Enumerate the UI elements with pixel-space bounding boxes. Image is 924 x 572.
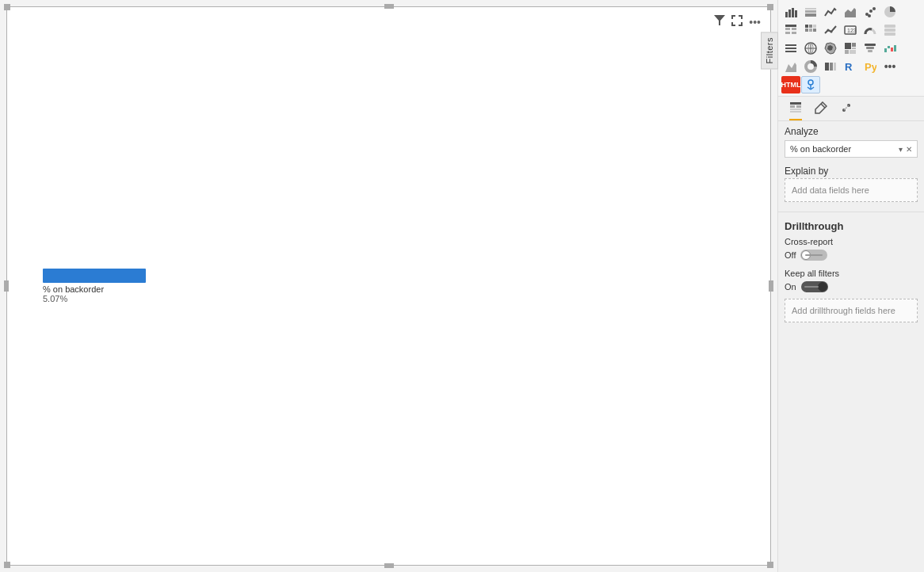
svg-rect-24 — [792, 28, 796, 30]
table-viz[interactable] — [781, 21, 800, 39]
ribbon-chart-viz[interactable] — [781, 58, 800, 75]
divider-1 — [778, 212, 924, 212]
chart-visual: % on backorder 5.07% — [43, 269, 146, 303]
svg-rect-45 — [845, 43, 851, 49]
svg-rect-70 — [790, 109, 801, 110]
cross-report-state: Off — [785, 250, 796, 260]
add-data-fields-box[interactable]: Add data fields here — [785, 178, 918, 202]
focus-mode-icon[interactable] — [730, 13, 744, 30]
analyze-dropdown[interactable]: % on backorder ▾ ✕ — [785, 140, 918, 158]
map-viz[interactable] — [801, 40, 820, 57]
tab-analyze[interactable] — [783, 100, 808, 120]
add-drillthrough-fields-box[interactable]: Add drillthrough fields here — [785, 299, 918, 322]
svg-rect-67 — [790, 102, 801, 105]
svg-rect-39 — [884, 32, 895, 36]
tab-format[interactable] — [808, 100, 834, 120]
cross-report-toggle[interactable] — [800, 250, 827, 261]
dropdown-chevron-icon: ▾ — [899, 145, 903, 154]
line-chart-viz[interactable] — [821, 3, 840, 21]
svg-rect-29 — [813, 25, 816, 28]
svg-point-19 — [872, 7, 876, 10]
tab-analytics-icon — [840, 101, 853, 116]
svg-rect-48 — [850, 50, 856, 54]
svg-rect-25 — [785, 32, 790, 34]
svg-rect-26 — [792, 32, 796, 34]
key-influencers-viz[interactable] — [801, 76, 820, 93]
cross-report-track-line — [805, 254, 823, 256]
svg-point-33 — [827, 29, 830, 32]
svg-point-63 — [808, 80, 813, 85]
resize-handle-right[interactable] — [769, 280, 773, 292]
svg-marker-0 — [714, 15, 725, 25]
svg-rect-71 — [790, 111, 801, 112]
resize-handle-corner-tr[interactable] — [767, 4, 773, 10]
chart-bar — [43, 269, 146, 283]
filled-map-viz[interactable] — [821, 40, 840, 57]
keep-filters-thumb — [818, 282, 827, 292]
tab-underline — [789, 119, 802, 120]
keep-filters-toggle[interactable] — [801, 281, 828, 292]
100pct-bar-viz[interactable] — [821, 58, 840, 75]
resize-handle-corner-br[interactable] — [767, 562, 773, 568]
waterfall-viz[interactable] — [880, 40, 899, 57]
gauge-viz[interactable] — [861, 21, 880, 39]
keep-all-filters-toggle-row: On — [778, 280, 924, 299]
resize-handle-corner-tl[interactable] — [4, 4, 10, 10]
svg-point-34 — [830, 31, 833, 33]
svg-rect-55 — [891, 48, 893, 51]
svg-rect-41 — [785, 48, 796, 49]
scatter-viz[interactable] — [861, 3, 880, 21]
drillthrough-label: Drillthrough — [778, 215, 924, 234]
svg-rect-4 — [741, 15, 743, 19]
resize-handle-bottom[interactable] — [384, 563, 394, 568]
r-script-viz[interactable]: R — [841, 58, 860, 75]
svg-rect-56 — [894, 45, 896, 51]
bar-chart-viz[interactable] — [781, 3, 800, 21]
filters-tab[interactable]: Filters — [761, 32, 778, 69]
slicer-viz[interactable] — [781, 40, 800, 57]
funnel-viz[interactable] — [861, 40, 880, 57]
right-panel: Filters — [777, 0, 924, 572]
multi-row-card-viz[interactable] — [880, 21, 899, 39]
svg-marker-16 — [845, 8, 856, 17]
analyze-dropdown-value: % on backorder — [790, 144, 899, 154]
svg-rect-59 — [830, 63, 833, 71]
svg-text:R: R — [845, 61, 853, 73]
keep-all-filters-label: Keep all filters — [778, 267, 924, 280]
svg-rect-50 — [865, 44, 876, 46]
svg-rect-8 — [741, 22, 743, 26]
svg-rect-27 — [805, 25, 808, 28]
svg-rect-14 — [805, 10, 816, 13]
donut-viz[interactable] — [801, 58, 820, 75]
svg-rect-11 — [792, 8, 794, 17]
svg-rect-58 — [825, 63, 829, 71]
resize-handle-corner-bl[interactable] — [4, 562, 10, 568]
tab-format-icon — [815, 101, 827, 116]
card-viz[interactable]: 123 — [841, 21, 860, 39]
python-viz[interactable]: Py — [861, 58, 880, 75]
canvas-toolbar: ••• — [712, 13, 762, 30]
resize-handle-top[interactable] — [384, 4, 394, 9]
tab-analytics[interactable] — [834, 100, 859, 120]
svg-text:123: 123 — [847, 28, 857, 33]
svg-rect-60 — [834, 63, 836, 71]
matrix-viz[interactable] — [801, 21, 820, 39]
more-visuals-btn[interactable]: ••• — [880, 58, 899, 75]
keep-filters-state: On — [785, 282, 796, 292]
dropdown-clear-icon[interactable]: ✕ — [906, 145, 912, 154]
explain-by-label: Explain by — [778, 162, 924, 178]
format-tab-underline — [815, 119, 827, 120]
area-chart-viz[interactable] — [841, 3, 860, 21]
svg-rect-12 — [795, 10, 797, 17]
svg-text:Py: Py — [865, 61, 876, 73]
pie-chart-viz[interactable] — [880, 3, 899, 21]
more-options-icon[interactable]: ••• — [747, 14, 762, 30]
svg-rect-15 — [805, 8, 816, 10]
html5-viz[interactable]: HTML — [781, 76, 800, 93]
tab-analyze-icon — [789, 101, 802, 116]
resize-handle-left[interactable] — [4, 280, 9, 292]
kpi-viz[interactable] — [821, 21, 840, 39]
stacked-bar-viz[interactable] — [801, 3, 820, 21]
treemap-viz[interactable] — [841, 40, 860, 57]
filter-visual-icon[interactable] — [712, 13, 727, 30]
